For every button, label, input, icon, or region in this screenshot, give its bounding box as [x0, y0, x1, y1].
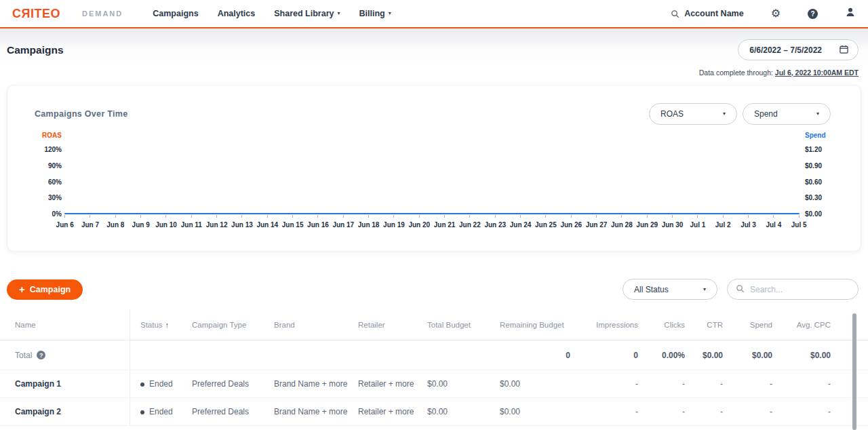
- col-header-campaign-type[interactable]: Campaign Type: [182, 321, 264, 329]
- nav-right: Account Name ⚙ ?: [671, 7, 856, 20]
- help-icon[interactable]: ?: [37, 351, 45, 359]
- brand-cell: Brand Name + more: [264, 379, 348, 389]
- data-complete-timestamp: Jul 6, 2022 10:00AM EDT: [775, 69, 859, 77]
- col-header-name[interactable]: Name: [0, 309, 130, 340]
- y-tick: $0.90: [805, 162, 833, 170]
- total-label-cell: Total ?: [0, 340, 130, 370]
- avg-cpc-cell: -: [772, 407, 831, 416]
- y-tick: 120%: [33, 146, 62, 153]
- status-label: Ended: [149, 379, 173, 389]
- total-spend: $0.00: [723, 351, 772, 360]
- total-row: Total ? 0 0 0.00% $0.00 $0.00 $0.00: [0, 340, 868, 370]
- campaign-name[interactable]: Campaign 2: [0, 398, 130, 425]
- add-campaign-button[interactable]: + Campaign: [7, 279, 83, 300]
- chevron-down-icon: ▾: [337, 11, 340, 16]
- left-axis-title: ROAS: [33, 132, 62, 140]
- total-avg-cpc: $0.00: [772, 351, 831, 360]
- impressions-cell: -: [570, 379, 638, 389]
- total-remaining-budget: 0: [490, 351, 570, 360]
- status-cell: Ended: [130, 407, 182, 416]
- search-icon: [736, 284, 745, 296]
- y-tick: $1.20: [805, 146, 833, 153]
- search-box[interactable]: [727, 279, 859, 300]
- col-header-spend[interactable]: Spend: [723, 321, 772, 329]
- y-axis-left: ROAS 120% 90% 60% 30% 0%: [33, 132, 64, 229]
- search-input[interactable]: [750, 285, 838, 294]
- calendar-icon: [840, 45, 848, 56]
- retailer-cell: Retailer + more: [348, 407, 417, 416]
- brand-cell: Brand Name + more: [264, 407, 348, 416]
- y-tick: $0.30: [805, 194, 833, 201]
- status-label: Ended: [149, 407, 173, 416]
- total-impressions: 0: [570, 351, 638, 360]
- chevron-down-icon: ▾: [723, 111, 726, 117]
- top-nav: CЯITEO DEMAND Campaigns Analytics Shared…: [0, 0, 868, 28]
- x-axis-ticks: [52, 215, 812, 218]
- remaining-budget-cell: $0.00: [490, 379, 570, 389]
- date-range-value: 6/6/2022 – 7/5/2022: [749, 45, 822, 55]
- criteo-logo[interactable]: CЯITEO: [12, 7, 60, 21]
- total-ctr: $0.00: [685, 351, 723, 360]
- campaign-type-cell: Preferred Deals: [182, 407, 264, 416]
- table-scrollbar[interactable]: [852, 313, 856, 430]
- gear-icon: ⚙: [771, 8, 781, 19]
- account-switcher[interactable]: Account Name: [671, 9, 744, 18]
- help-button[interactable]: ?: [808, 9, 818, 19]
- ctr-cell: -: [685, 407, 723, 416]
- remaining-budget-cell: $0.00: [490, 407, 570, 416]
- nav-item-campaigns[interactable]: Campaigns: [153, 9, 198, 18]
- avg-cpc-cell: -: [772, 379, 831, 389]
- campaigns-over-time-card: Campaigns Over Time ROAS ▾ Spend ▾ ROAS …: [7, 85, 861, 252]
- col-header-retailer[interactable]: Retailer: [348, 321, 417, 329]
- data-complete-note: Data complete through: Jul 6, 2022 10:00…: [9, 69, 859, 77]
- col-header-status[interactable]: Status↑: [130, 321, 182, 329]
- table-header-row: Name Status↑ Campaign Type Brand Retaile…: [0, 309, 868, 340]
- account-name: Account Name: [684, 9, 744, 18]
- right-metric-select[interactable]: Spend ▾: [743, 103, 831, 125]
- y-tick: 60%: [33, 178, 62, 186]
- chevron-down-icon: ▾: [816, 111, 819, 117]
- page-header: Campaigns 6/6/2022 – 7/5/2022: [0, 28, 868, 67]
- impressions-cell: -: [570, 407, 638, 416]
- table-row[interactable]: Campaign 2 Ended Preferred Deals Brand N…: [0, 398, 868, 426]
- col-header-total-budget[interactable]: Total Budget: [417, 321, 490, 329]
- table-row[interactable]: Campaign 1 Ended Preferred Deals Brand N…: [0, 370, 868, 398]
- col-header-clicks[interactable]: Clicks: [638, 321, 685, 329]
- col-header-remaining-budget[interactable]: Remaining Budget: [490, 321, 570, 329]
- retailer-cell: Retailer + more: [348, 379, 417, 389]
- campaigns-table: Name Status↑ Campaign Type Brand Retaile…: [0, 309, 868, 426]
- total-budget-cell: $0.00: [417, 407, 490, 416]
- profile-button[interactable]: [845, 7, 856, 20]
- y-tick: $0.60: [805, 178, 833, 186]
- plot-area: [64, 132, 800, 214]
- col-header-impressions[interactable]: Impressions: [570, 321, 638, 329]
- chevron-down-icon: ▾: [703, 287, 706, 292]
- y-tick: 90%: [33, 162, 62, 170]
- x-axis-labels: Jun 6Jun 7Jun 8Jun 9Jun 10Jun 11Jun 12Ju…: [52, 221, 812, 229]
- status-cell: Ended: [130, 379, 182, 389]
- nav-item-analytics[interactable]: Analytics: [218, 9, 256, 18]
- left-metric-select[interactable]: ROAS ▾: [649, 103, 737, 125]
- page-title: Campaigns: [7, 44, 64, 56]
- campaign-name[interactable]: Campaign 1: [0, 370, 130, 397]
- total-clicks: 0.00%: [638, 351, 685, 360]
- help-icon: ?: [808, 9, 818, 19]
- y-tick: 30%: [33, 194, 62, 201]
- total-budget-cell: $0.00: [417, 379, 490, 389]
- y-axis-right: Spend $1.20 $0.90 $0.60 $0.30 $0.00: [800, 132, 833, 229]
- status-dot-icon: [140, 410, 144, 414]
- nav-item-shared-library[interactable]: Shared Library ▾: [274, 9, 340, 18]
- campaign-type-cell: Preferred Deals: [182, 379, 264, 389]
- nav-item-billing[interactable]: Billing ▾: [359, 9, 391, 18]
- col-header-brand[interactable]: Brand: [264, 321, 348, 329]
- search-icon: [671, 9, 679, 18]
- nav-links: Campaigns Analytics Shared Library ▾ Bil…: [153, 9, 391, 18]
- product-label: DEMAND: [82, 9, 123, 18]
- col-header-avg-cpc[interactable]: Avg. CPC: [772, 321, 831, 329]
- right-axis-title: Spend: [805, 132, 833, 140]
- col-header-ctr[interactable]: CTR: [685, 321, 723, 329]
- settings-button[interactable]: ⚙: [771, 8, 781, 19]
- date-range-picker[interactable]: 6/6/2022 – 7/5/2022: [738, 39, 859, 60]
- spend-cell: -: [723, 379, 772, 389]
- status-filter-select[interactable]: All Status ▾: [623, 279, 717, 300]
